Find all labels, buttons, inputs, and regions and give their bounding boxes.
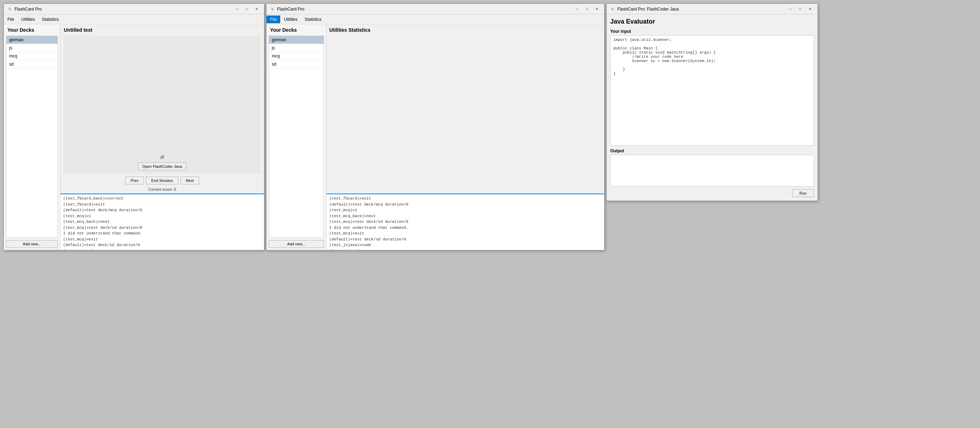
deck-item-mcq-main[interactable]: mcq [6, 52, 57, 60]
java-evaluator-title: Java Evaluator [610, 18, 814, 25]
maximize-button-java[interactable]: □ [795, 6, 805, 13]
console-line-10: (test_jsjava)»_ [63, 248, 261, 250]
window-title-main: FlashCard Pro [14, 7, 232, 12]
window-content-main: Your Decks german js mcq sd Add new... U… [4, 24, 264, 250]
test-title-main: Untitled test [60, 24, 264, 36]
sidebar-title-main: Your Decks [4, 24, 60, 36]
sidebar-second: Your Decks german js mcq sd Add new... [267, 24, 326, 250]
minimize-button-second[interactable]: ─ [573, 6, 582, 13]
deck-item-js-main[interactable]: js [6, 44, 57, 52]
console2-line-9: (test_jsjava)»code [329, 242, 601, 248]
window-content-second: Your Decks german js mcq sd Add new... U… [267, 24, 604, 250]
console2-line-2: (default)»test deck/mcq duration/0 [329, 202, 601, 208]
minimize-button-java[interactable]: ─ [786, 6, 795, 13]
close-button-main[interactable]: ✕ [252, 6, 261, 13]
add-new-button-second[interactable]: Add new... [269, 240, 324, 248]
menu-utilities-main[interactable]: Utilities [18, 16, 38, 23]
card-area-main: df Open FlashCoder Java [64, 36, 261, 174]
controls-bar-main: Prev End Session Next [60, 174, 264, 187]
card-text-main: df [161, 155, 164, 160]
code-editor[interactable]: import java.util.Scanner; public class M… [610, 35, 814, 146]
console-line-5: (test_mcq_back)»next [63, 219, 261, 225]
add-new-button-main[interactable]: Add new... [6, 240, 58, 248]
your-input-label: Your input [610, 29, 814, 34]
prev-button-main[interactable]: Prev [125, 177, 144, 185]
console-main: (test_fbcard_back)»correct (test_fbcard)… [60, 194, 264, 250]
sidebar-title-second: Your Decks [267, 24, 326, 36]
close-button-java[interactable]: ✕ [805, 6, 815, 13]
open-flashcoder-button[interactable]: Open FlashCoder Java [138, 162, 186, 170]
console-line-4: (test_mcq)»1 [63, 213, 261, 219]
window-title-java: FlashCard Pro: FlashCoder Java [617, 7, 786, 12]
deck-item-js-second[interactable]: js [269, 44, 324, 52]
window-controls-second: ─ □ ✕ [573, 6, 601, 13]
deck-list-second: german js mcq sd [269, 36, 324, 238]
console2-line-5: (test_mcq)»test deck/sd duration/0 [329, 219, 601, 225]
minimize-button-main[interactable]: ─ [232, 6, 242, 13]
menu-statistics-second[interactable]: Statistics [301, 16, 325, 23]
title-bar-second: 🃏 FlashCard Pro ─ □ ✕ [267, 4, 604, 14]
menu-file-second[interactable]: File [267, 16, 280, 23]
app-icon-second: 🃏 [269, 6, 275, 12]
main-top-main: Untitled test df Open FlashCoder Java Pr… [60, 24, 264, 194]
app-icon-java: 🃏 [609, 6, 615, 12]
console-second: (test_fbcard)»exit (default)»test deck/m… [326, 194, 604, 250]
menu-file-main[interactable]: File [4, 16, 18, 23]
java-evaluator-content: Java Evaluator Your input import java.ut… [607, 14, 818, 200]
console2-line-10: (test_jsjava)»_ [329, 248, 601, 250]
console-line-9: (default)»test deck/sd duration/0 [63, 242, 261, 248]
deck-item-german-second[interactable]: german [269, 36, 324, 44]
maximize-button-main[interactable]: □ [242, 6, 251, 13]
deck-item-sd-second[interactable]: sd [269, 60, 324, 68]
window-flashcard-main: 🃏 FlashCard Pro ─ □ ✕ File Utilities Sta… [3, 3, 264, 250]
console-line-3: (default)»test deck/mcq duration/0 [63, 207, 261, 213]
menu-bar-main: File Utilities Statistics [4, 14, 264, 24]
end-session-button-main[interactable]: End Session [146, 177, 178, 185]
sidebar-main: Your Decks german js mcq sd Add new... [4, 24, 60, 250]
window-controls-main: ─ □ ✕ [232, 6, 261, 13]
window-flashcoder-java: 🃏 FlashCard Pro: FlashCoder Java ─ □ ✕ J… [606, 3, 818, 201]
window-controls-java: ─ □ ✕ [786, 6, 815, 13]
window-flashcard-second: 🃏 FlashCard Pro ─ □ ✕ File Utilities Sta… [266, 3, 605, 250]
score-text-main: Current score: 0 [60, 187, 264, 194]
app-icon-main: 🃏 [7, 6, 12, 12]
title-bar-main: 🃏 FlashCard Pro ─ □ ✕ [4, 4, 264, 14]
console2-line-6: I did not understand that command. [329, 225, 601, 231]
deck-item-mcq-second[interactable]: mcq [269, 52, 324, 60]
output-area-java [610, 155, 814, 186]
next-button-main[interactable]: Next [180, 177, 199, 185]
deck-item-sd-main[interactable]: sd [6, 60, 57, 68]
console2-line-4: (test_mcq_back)»next [329, 213, 601, 219]
console-line-6: (test_mcq)»test deck/sd duration/0 [63, 225, 261, 231]
console2-line-8: (default)»test deck/sd duration/0 [329, 237, 601, 243]
deck-item-german-main[interactable]: german [6, 36, 57, 44]
console-line-7: I did not understand that command. [63, 231, 261, 237]
menu-utilities-second[interactable]: Utilities [280, 16, 301, 23]
utilities-title-second: Utilities Statistics [329, 27, 601, 33]
window-title-second: FlashCard Pro [277, 7, 573, 12]
output-label: Output [610, 148, 814, 153]
close-button-second[interactable]: ✕ [592, 6, 601, 13]
console-line-8: (test_mcq)»exit [63, 237, 261, 243]
deck-list-main: german js mcq sd [6, 36, 58, 238]
console2-line-1: (test_fbcard)»exit [329, 196, 601, 202]
console-line-2: (test_fbcard)»exit [63, 202, 261, 208]
menu-statistics-main[interactable]: Statistics [38, 16, 62, 23]
console2-line-7: (test_mcq)»exit [329, 231, 601, 237]
console-line-1: (test_fbcard_back)»correct [63, 196, 261, 202]
menu-bar-second: File Utilities Statistics [267, 14, 604, 24]
maximize-button-second[interactable]: □ [582, 6, 592, 13]
title-bar-java: 🃏 FlashCard Pro: FlashCoder Java ─ □ ✕ [607, 4, 818, 14]
main-area-main: Untitled test df Open FlashCoder Java Pr… [60, 24, 264, 250]
run-button-java[interactable]: Run [792, 189, 814, 197]
console2-line-3: (test_mcq)»1 [329, 207, 601, 213]
utilities-area-second: Utilities Statistics [326, 24, 604, 194]
